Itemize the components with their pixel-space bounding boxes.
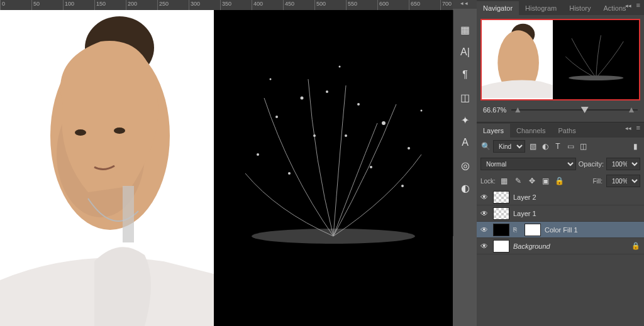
layer-mask-thumb[interactable] [525, 224, 541, 236]
portrait-image [0, 10, 214, 326]
horizontal-ruler: 0501001502002503003504004505005506006507… [0, 0, 453, 10]
visibility-icon[interactable]: 👁 [479, 225, 489, 234]
tab-paths[interactable]: Paths [552, 124, 582, 138]
filter-pixel-icon[interactable]: ▧ [528, 141, 538, 151]
collapsed-panel-strip: ▦A|¶◫✦A◎◐ [453, 10, 477, 236]
lock-icon[interactable]: 🔒 [631, 242, 641, 250]
lock-label: Lock: [480, 178, 496, 185]
libraries-icon[interactable]: ◎ [458, 158, 472, 172]
document-splash[interactable] [214, 10, 453, 326]
visibility-icon[interactable]: 👁 [479, 193, 489, 202]
character-icon[interactable]: A| [458, 45, 472, 59]
layer-thumb[interactable] [493, 224, 509, 236]
layer-thumb[interactable] [493, 191, 509, 204]
filter-type-icon[interactable]: T [553, 141, 563, 151]
layer-name[interactable]: Color Fill 1 [545, 226, 578, 234]
panel-menu-icon[interactable]: ≡ [636, 1, 641, 9]
layers-tabs: LayersChannelsPaths◂◂ ≡ [477, 122, 644, 138]
svg-point-16 [345, 134, 347, 137]
layer-filter-row: 🔍 Kind ▧ ◐ T ▭ ◫ ▮ [477, 138, 644, 155]
tab-history[interactable]: History [563, 1, 597, 15]
link-icon[interactable]: ⎘ [513, 226, 519, 233]
navigator-thumbnail[interactable] [480, 19, 640, 101]
zoom-slider[interactable] [511, 106, 638, 114]
svg-rect-6 [123, 186, 134, 242]
layer-thumb[interactable] [493, 240, 509, 253]
svg-point-22 [339, 66, 341, 68]
svg-point-12 [357, 103, 360, 106]
visibility-icon[interactable]: 👁 [479, 242, 489, 251]
lock-brush-icon[interactable]: ✎ [513, 176, 523, 186]
layer-name[interactable]: Layer 2 [513, 193, 536, 201]
svg-rect-27 [553, 20, 638, 99]
layers-panel: LayersChannelsPaths◂◂ ≡ 🔍 Kind ▧ ◐ T ▭ ◫… [477, 122, 644, 326]
filter-adjust-icon[interactable]: ◐ [540, 141, 550, 151]
opacity-select[interactable]: 100% [606, 158, 640, 170]
svg-point-11 [326, 90, 328, 93]
tab-histogram[interactable]: Histogram [519, 1, 563, 15]
adjustments-icon[interactable]: ◐ [458, 181, 472, 195]
layer-row[interactable]: 👁⎘Color Fill 1 [477, 222, 644, 238]
svg-point-19 [288, 172, 291, 175]
layer-thumb[interactable] [493, 207, 509, 220]
layer-row[interactable]: 👁Background🔒 [477, 238, 644, 254]
zoom-percent[interactable]: 66.67% [483, 106, 506, 114]
navigator-zoom-row: 66.67% [480, 104, 640, 116]
lock-position-icon[interactable]: ✥ [527, 176, 537, 186]
blend-opacity-row: Normal Opacity: 100% [477, 155, 644, 173]
3d-icon[interactable]: ◫ [458, 90, 472, 104]
tab-navigator[interactable]: Navigator [477, 1, 519, 15]
svg-rect-7 [214, 10, 453, 326]
fill-select[interactable]: 100% [606, 175, 640, 187]
fill-label: Fill: [592, 178, 602, 185]
svg-point-18 [370, 166, 372, 168]
filter-toggle-icon[interactable]: ▮ [630, 141, 640, 151]
svg-point-10 [301, 97, 304, 100]
svg-point-20 [401, 185, 404, 187]
panel-collapse-handle[interactable]: ◂◂ [453, 0, 477, 9]
opacity-label: Opacity: [579, 160, 604, 168]
panel-menu-icon[interactable]: ≡ [636, 124, 641, 131]
collapse-icon[interactable]: ◂◂ [625, 3, 631, 9]
svg-point-28 [569, 75, 623, 80]
svg-point-14 [408, 147, 410, 149]
tab-channels[interactable]: Channels [510, 124, 552, 138]
collapse-icon[interactable]: ◂◂ [625, 125, 631, 131]
svg-point-13 [382, 121, 386, 125]
navigator-tabs: NavigatorHistogramHistoryActions◂◂ ≡ [477, 0, 644, 15]
filter-smart-icon[interactable]: ◫ [578, 141, 588, 151]
lock-all-icon[interactable]: 🔒 [555, 176, 565, 186]
filter-kind-select[interactable]: Kind [493, 140, 525, 153]
navigator-panel: 66.67% [477, 15, 644, 119]
svg-point-17 [313, 134, 316, 137]
search-icon[interactable]: 🔍 [480, 141, 491, 151]
layer-name[interactable]: Background [513, 242, 550, 250]
svg-point-21 [270, 79, 272, 80]
svg-point-4 [75, 129, 86, 136]
svg-point-15 [257, 153, 259, 156]
layer-list: 👁Layer 2👁Layer 1👁⎘Color Fill 1👁Backgroun… [477, 189, 644, 326]
blend-mode-select[interactable]: Normal [480, 158, 576, 170]
glyphs-icon[interactable]: A [458, 136, 472, 149]
canvas-area[interactable] [0, 10, 453, 326]
properties-icon[interactable]: ▦ [458, 23, 472, 36]
panel-dock: NavigatorHistogramHistoryActions◂◂ ≡ 66.… [477, 0, 644, 326]
svg-point-23 [421, 110, 423, 112]
splash-image [214, 10, 453, 326]
lock-transparent-icon[interactable]: ▦ [499, 176, 509, 186]
visibility-icon[interactable]: 👁 [479, 209, 489, 218]
layer-row[interactable]: 👁Layer 1 [477, 205, 644, 222]
lock-artboard-icon[interactable]: ▣ [541, 176, 551, 186]
tab-layers[interactable]: Layers [477, 124, 510, 138]
layer-name[interactable]: Layer 1 [513, 210, 536, 217]
document-portrait[interactable] [0, 10, 214, 326]
paragraph-icon[interactable]: ¶ [458, 68, 472, 82]
layer-row[interactable]: 👁Layer 2 [477, 189, 644, 205]
filter-shape-icon[interactable]: ▭ [565, 141, 575, 151]
svg-point-5 [114, 128, 125, 134]
lock-fill-row: Lock: ▦ ✎ ✥ ▣ 🔒 Fill: 100% [477, 173, 644, 189]
settings-icon[interactable]: ✦ [458, 113, 472, 127]
svg-point-9 [275, 116, 278, 118]
